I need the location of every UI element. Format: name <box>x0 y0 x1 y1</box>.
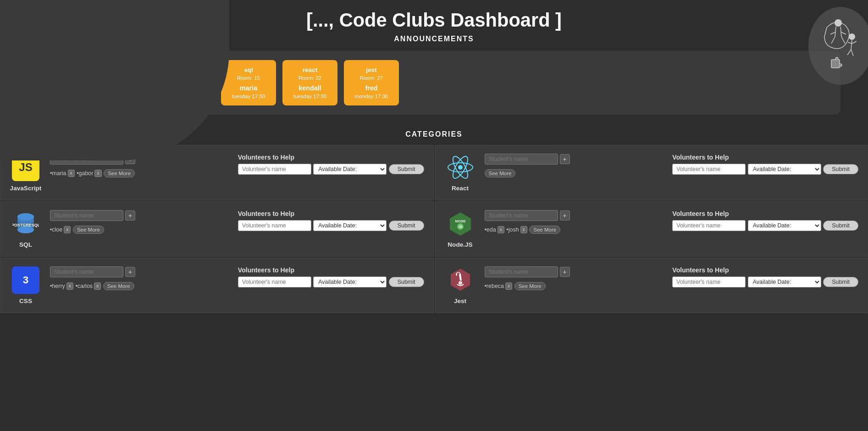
js-logo-icon: JS <box>12 154 39 181</box>
volunteer-name-input[interactable] <box>672 276 746 287</box>
card-name: camilla <box>106 84 145 92</box>
category-logo: React <box>444 154 476 192</box>
student-name-input[interactable] <box>485 266 558 277</box>
submit-volunteer-button[interactable]: Submit <box>389 164 424 174</box>
see-more-button[interactable]: See More <box>73 226 104 234</box>
card-subject: react <box>291 66 329 73</box>
category-students: + •maria x •gabor x See More <box>50 154 230 178</box>
available-date-select[interactable]: Available Date: <box>313 220 387 231</box>
card-room: Room: 15 <box>229 75 268 81</box>
category-students: + •rebeca x See More <box>485 266 664 291</box>
category-volunteers: Volunteers to Help Available Date: Submi… <box>672 266 858 290</box>
student-name-input[interactable] <box>485 154 558 165</box>
sql-logo-icon: POSTGRESQL <box>12 210 39 238</box>
available-date-select[interactable]: Available Date: <box>313 276 387 287</box>
volunteers-label: Volunteers to Help <box>238 266 424 274</box>
student-input-row: + <box>485 210 664 221</box>
nodejs-logo-icon: NODE JS <box>447 210 474 238</box>
student-name-input[interactable] <box>50 154 123 165</box>
card-name: kendall <box>291 84 329 92</box>
remove-student-btn[interactable]: x <box>498 226 504 234</box>
announcements-container: javascript Room: 1 carlos tuesday 17:30 … <box>28 51 840 115</box>
jest-logo-icon <box>447 266 474 294</box>
announcement-card: javascript Room: 1 carlos tuesday 17:30 <box>37 60 92 105</box>
see-more-button[interactable]: See More <box>514 282 546 290</box>
remove-student-btn[interactable]: x <box>68 170 75 177</box>
submit-volunteer-button[interactable]: Submit <box>823 164 858 174</box>
available-date-select[interactable]: Available Date: <box>748 164 821 175</box>
remove-student-btn[interactable]: x <box>94 282 101 290</box>
remove-student-btn[interactable]: x <box>505 282 512 290</box>
categories-grid: JS JavaScript + •maria x •gabor x See Mo… <box>0 145 868 313</box>
svg-rect-3 <box>831 60 840 68</box>
volunteer-name-input[interactable] <box>238 276 311 287</box>
remove-student-btn[interactable]: x <box>94 170 101 177</box>
student-input-row: + <box>485 154 664 165</box>
volunteer-name-input[interactable] <box>238 220 311 231</box>
card-name: carlos <box>45 84 83 92</box>
submit-volunteer-button[interactable]: Submit <box>823 221 858 231</box>
student-name-input[interactable] <box>485 210 558 221</box>
add-student-button[interactable]: + <box>125 210 135 221</box>
category-panel-nodejs: NODE JS Node.JS + •eda x •josh x See Mor… <box>435 201 868 257</box>
category-volunteers: Volunteers to Help Available Date: Submi… <box>238 210 424 234</box>
add-student-button[interactable]: + <box>125 267 135 277</box>
remove-student-btn[interactable]: x <box>64 226 71 234</box>
volunteer-name-input[interactable] <box>672 164 746 175</box>
add-student-button[interactable]: + <box>560 154 570 164</box>
see-more-button[interactable]: See More <box>103 282 134 290</box>
student-tag: •cloe x <box>50 226 71 234</box>
card-time: monday 17:30 <box>168 94 206 99</box>
announcement-card: jest Room: 27 fred monday 17:30 <box>344 60 399 105</box>
card-subject: sql <box>229 66 268 73</box>
student-tag: •rebeca x <box>485 282 513 290</box>
card-subject: javascript <box>45 66 83 73</box>
volunteer-name-input[interactable] <box>672 220 746 231</box>
card-room: Room: 1 <box>45 75 83 81</box>
card-subject: react <box>106 66 145 73</box>
student-name-input[interactable] <box>50 266 123 277</box>
submit-volunteer-button[interactable]: Submit <box>389 277 424 287</box>
svg-text:POSTGRESQL: POSTGRESQL <box>12 223 39 227</box>
card-time: thursday 17:30 <box>106 94 145 99</box>
student-name-input[interactable] <box>50 210 123 221</box>
category-label: CSS <box>19 298 32 304</box>
svg-point-4 <box>458 165 463 170</box>
see-more-button[interactable]: See More <box>104 169 135 177</box>
see-more-button[interactable]: See More <box>529 226 560 234</box>
add-student-button[interactable]: + <box>125 154 135 164</box>
remove-student-btn[interactable]: x <box>520 226 527 234</box>
category-logo: JS JavaScript <box>10 154 42 192</box>
card-name: maria <box>229 84 268 92</box>
category-volunteers: Volunteers to Help Available Date: Submi… <box>672 210 858 234</box>
svg-text:NODE: NODE <box>455 219 466 223</box>
see-more-button[interactable]: See More <box>485 169 516 177</box>
category-label: Node.JS <box>448 241 472 248</box>
volunteers-label: Volunteers to Help <box>238 210 424 217</box>
student-tag: •eda x <box>485 226 504 234</box>
volunteer-name-input[interactable] <box>238 164 311 175</box>
card-name: fred <box>352 84 391 92</box>
submit-volunteer-button[interactable]: Submit <box>823 277 858 287</box>
add-student-button[interactable]: + <box>560 210 570 221</box>
card-subject: jest <box>352 66 391 73</box>
available-date-select[interactable]: Available Date: <box>748 220 821 231</box>
card-room: Room: 27 <box>352 75 391 81</box>
announcement-card: javascript Room: 13 andy monday 17:30 <box>160 60 215 105</box>
available-date-select[interactable]: Available Date: <box>748 276 821 287</box>
student-input-row: + <box>50 266 230 277</box>
submit-volunteer-button[interactable]: Submit <box>389 221 424 231</box>
available-date-select[interactable]: Available Date: <box>313 164 387 175</box>
css-logo-icon: 3 <box>12 266 39 294</box>
category-volunteers: Volunteers to Help Available Date: Submi… <box>672 154 858 177</box>
card-room: Room: 13 <box>168 75 206 81</box>
card-name: andy <box>168 84 206 92</box>
category-panel-css: 3 CSS + •herry x •carlos x See More Volu… <box>0 258 434 313</box>
card-time: tuesday 17:30 <box>291 94 329 99</box>
category-panel-jest: Jest + •rebeca x See More Volunteers to … <box>435 258 868 313</box>
remove-student-btn[interactable]: x <box>66 282 73 290</box>
category-label: React <box>452 185 469 192</box>
student-input-row: + <box>485 266 664 277</box>
page-title: [..., Code Clubs Dashboard ] <box>0 9 868 31</box>
add-student-button[interactable]: + <box>560 267 570 277</box>
